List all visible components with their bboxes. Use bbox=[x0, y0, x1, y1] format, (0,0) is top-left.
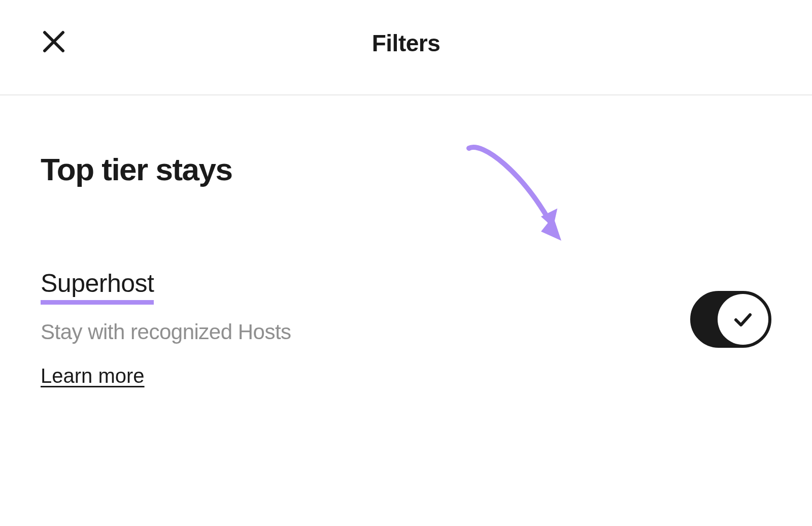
modal-header: Filters bbox=[0, 0, 812, 95]
superhost-filter-row: Superhost Stay with recognized Hosts Lea… bbox=[41, 269, 771, 387]
superhost-text-group: Superhost Stay with recognized Hosts Lea… bbox=[41, 269, 690, 387]
filters-content: Top tier stays Superhost Stay with recog… bbox=[0, 95, 812, 387]
close-button[interactable] bbox=[39, 26, 69, 57]
learn-more-link[interactable]: Learn more bbox=[41, 365, 145, 387]
modal-title: Filters bbox=[0, 29, 812, 57]
superhost-title: Superhost bbox=[41, 269, 154, 305]
check-icon bbox=[732, 308, 754, 331]
superhost-description: Stay with recognized Hosts bbox=[41, 320, 690, 344]
svg-marker-2 bbox=[539, 204, 560, 227]
section-title: Top tier stays bbox=[41, 151, 771, 187]
close-icon bbox=[43, 30, 65, 53]
superhost-toggle[interactable] bbox=[690, 291, 771, 348]
svg-marker-3 bbox=[541, 216, 561, 241]
toggle-knob bbox=[718, 294, 768, 345]
